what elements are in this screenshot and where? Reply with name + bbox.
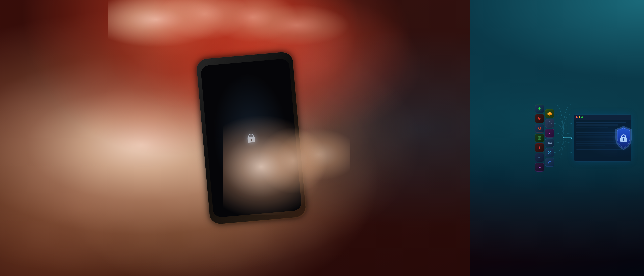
icon-fp[interactable] [535,134,544,142]
connector-lines [554,99,571,177]
panel-line-7 [576,141,616,142]
icon-px[interactable]: p≈ [535,163,544,172]
titlebar-dot-green [581,116,583,118]
icon-curve[interactable] [545,158,554,167]
lock-keyhole [250,139,252,141]
panel-titlebar [574,115,631,120]
icon-px-label: p≈ [539,166,540,168]
scene: G SC [0,0,644,276]
panel-line-5 [576,134,613,135]
icon-g-label: G [538,126,541,130]
titlebar-dot-red [576,116,578,118]
phone-lock-icon [247,133,255,143]
panel-line-1 [576,122,626,123]
panel-line-3 [576,127,608,128]
icon-circle[interactable] [545,148,554,157]
icon-text-label: Text [548,142,552,144]
icon-star[interactable] [535,143,544,152]
right-panel: G SC [535,99,631,177]
lock-body [247,137,255,143]
titlebar-dot-yellow [578,116,580,118]
shield-overlay [613,126,634,150]
icons-and-panel: G SC [535,99,631,177]
lock-shackle [248,134,254,137]
icon-cloud[interactable] [545,109,554,118]
icon-y[interactable]: Y [545,129,554,138]
icon-download[interactable] [535,104,544,113]
icon-puzzle[interactable] [545,119,554,128]
icon-text[interactable]: Text [545,138,554,147]
icon-y-label: Y [548,131,551,135]
icon-sc[interactable]: SC [535,153,544,162]
panel-line-2 [576,124,618,126]
phone-screen [200,58,302,218]
shield-svg [613,126,634,150]
icon-cursor[interactable] [535,114,544,123]
phone-container [180,28,322,248]
phone-body [196,51,306,225]
svg-point-4 [548,112,551,114]
svg-point-6 [549,152,550,154]
icons-column-left: G SC [535,104,544,172]
shield-icon [613,126,634,150]
panel-line-9 [576,145,605,146]
icon-sc-label: SC [538,156,541,159]
icons-column-right: Y Text [545,109,554,167]
svg-point-7 [563,137,564,138]
security-panel-wrapper [574,114,631,162]
icon-g[interactable]: G [535,124,544,133]
svg-rect-10 [623,140,624,141]
